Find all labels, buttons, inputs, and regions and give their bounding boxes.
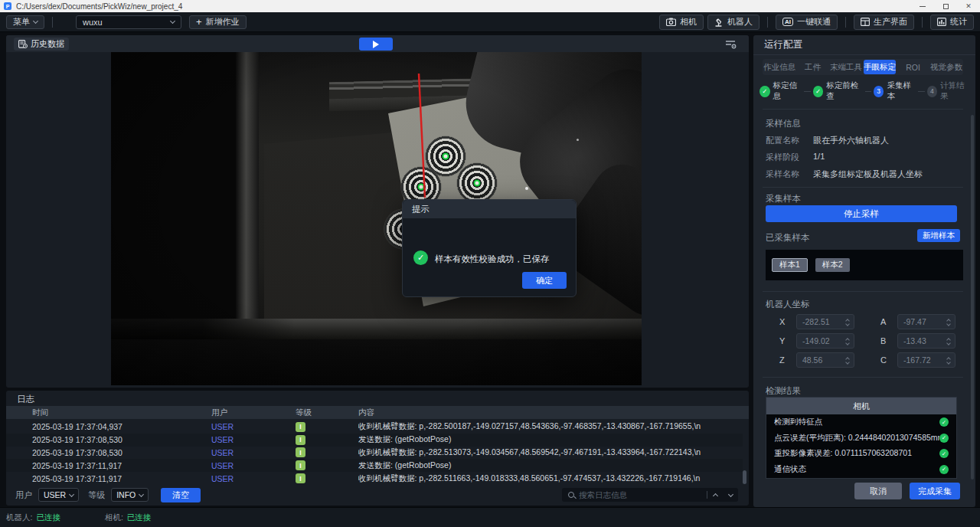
status-ok-icon: ✓ <box>939 465 949 474</box>
prompt-dialog: 提示 ✓ 样本有效性校验成功，已保存 确定 <box>402 199 577 297</box>
coord-b-input[interactable]: -13.43 <box>897 333 956 349</box>
coord-x-row: X -282.51 <box>779 314 854 329</box>
table-row[interactable]: 2025-03-19 17:37:11,917 USER I 收到机械臂数据: … <box>6 472 743 485</box>
history-data-button[interactable]: 历史数据 <box>14 38 69 51</box>
chevron-down-icon <box>845 322 850 326</box>
new-job-button[interactable]: + 新增作业 <box>189 15 247 29</box>
coord-a-input[interactable]: -97.47 <box>897 314 956 329</box>
tab-end-tool[interactable]: 末端工具 <box>830 60 862 74</box>
quantity-stepper[interactable] <box>846 356 849 364</box>
search-prev-button[interactable] <box>707 488 723 502</box>
sample-chip-2[interactable]: 样本2 <box>815 258 850 272</box>
search-next-button[interactable] <box>723 488 738 502</box>
coord-z-row: Z 48.56 <box>779 352 854 368</box>
step-calibration-info[interactable]: ✓ 标定信息 <box>760 80 802 102</box>
coord-value: -149.02 <box>797 336 846 345</box>
detection-result-title: 检测结果 <box>766 385 801 397</box>
level-filter-select[interactable]: INFO <box>111 488 149 502</box>
tab-job-info[interactable]: 作业信息 <box>763 60 795 74</box>
robot-button-label: 机器人 <box>727 16 753 28</box>
production-grid-icon <box>861 18 870 26</box>
tab-roi[interactable]: ROI <box>897 60 929 74</box>
dialog-body: ✓ 样本有效性校验成功，已保存 确定 <box>403 218 576 298</box>
quantity-stepper[interactable] <box>846 318 849 326</box>
minimize-button[interactable] <box>911 0 934 12</box>
coord-y-row: Y -149.02 <box>779 333 854 349</box>
statistics-label: 统计 <box>950 16 967 28</box>
chevron-down-icon <box>727 491 733 496</box>
quantity-stepper[interactable] <box>947 356 950 364</box>
menu-dropdown[interactable]: 菜单 <box>6 15 44 29</box>
robot-button[interactable]: 机器人 <box>707 15 760 30</box>
coord-z-input[interactable]: 48.56 <box>796 352 854 368</box>
collect-sample-title: 采集样本 <box>766 193 801 205</box>
one-click-connect-button[interactable]: AI 一键联通 <box>776 15 838 30</box>
display-settings-button[interactable] <box>723 38 740 50</box>
window-controls: ✕ <box>911 0 980 12</box>
close-button[interactable]: ✕ <box>957 0 980 12</box>
step-pre-check[interactable]: ✓ 标定前检查 <box>813 80 863 102</box>
status-ok-icon: ✓ <box>939 417 949 427</box>
panel-scrollbar[interactable] <box>971 115 974 480</box>
tab-vision-params[interactable]: 视觉参数 <box>930 60 962 74</box>
log-scrollbar[interactable] <box>743 470 746 484</box>
sample-chip-1[interactable]: 样本1 <box>772 258 808 272</box>
section-divider <box>763 291 963 292</box>
table-row[interactable]: 2025-03-19 17:37:04,937 USER I 收到机械臂数据: … <box>6 421 743 434</box>
coord-b-row: B -13.43 <box>880 333 956 349</box>
detection-table-header: 相机 <box>766 398 956 414</box>
log-content: 收到机械臂数据: p,-282.500187,-149.027157,48.54… <box>358 421 743 432</box>
chevron-down-icon <box>845 341 850 345</box>
coord-c-input[interactable]: -167.72 <box>897 352 956 368</box>
user-filter-select[interactable]: USER <box>38 488 79 502</box>
quantity-stepper[interactable] <box>947 337 950 345</box>
app-logo-icon: P <box>4 2 11 10</box>
log-user: USER <box>211 422 296 431</box>
table-row[interactable]: 2025-03-19 17:37:08,530 USER I 发送数据: (ge… <box>6 434 743 447</box>
quantity-stepper[interactable] <box>846 337 849 345</box>
coord-value: -282.51 <box>797 317 846 326</box>
info-level-icon: I <box>296 422 305 432</box>
production-view-button[interactable]: 生产界面 <box>854 15 914 30</box>
coord-axis-label: A <box>880 317 897 326</box>
info-level-icon: I <box>296 473 305 483</box>
finish-collection-button[interactable]: 完成采集 <box>910 483 960 499</box>
search-icon <box>568 492 574 498</box>
calibration-steps: ✓ 标定信息 ✓ 标定前检查 3 采集样本 4 计算结果 <box>760 83 969 100</box>
clear-log-button[interactable]: 清空 <box>161 488 201 502</box>
chevron-down-icon <box>946 322 951 326</box>
step-collect-samples[interactable]: 3 采集样本 <box>874 80 916 102</box>
step-done-check-icon: ✓ <box>813 86 824 97</box>
add-sample-button[interactable]: 新增样本 <box>917 229 960 242</box>
tab-hand-eye-calibration[interactable]: 手眼标定 <box>864 60 896 74</box>
user-filter-value: USER <box>44 490 66 499</box>
history-data-label: 历史数据 <box>31 38 64 50</box>
camera-button[interactable]: 相机 <box>659 15 704 30</box>
cancel-button[interactable]: 取消 <box>854 483 902 499</box>
info-value: 采集多组标定板及机器人坐标 <box>813 169 923 180</box>
log-level: I <box>296 422 358 432</box>
log-user: USER <box>211 461 296 470</box>
job-select[interactable]: wuxu <box>76 15 181 29</box>
coord-y-input[interactable]: -149.02 <box>796 333 854 349</box>
step-compute-result[interactable]: 4 计算结果 <box>927 80 969 102</box>
robot-icon <box>714 18 724 27</box>
coord-x-input[interactable]: -282.51 <box>796 314 854 329</box>
plus-icon: + <box>196 17 202 27</box>
stop-sampling-button[interactable]: 停止采样 <box>766 205 957 222</box>
table-row[interactable]: 2025-03-19 17:37:08,530 USER I 收到机械臂数据: … <box>6 447 743 460</box>
maximize-button[interactable] <box>934 0 957 12</box>
step-connector <box>804 91 810 92</box>
statistics-button[interactable]: 统计 <box>930 15 974 30</box>
tab-workpiece[interactable]: 工件 <box>797 60 828 74</box>
search-input[interactable] <box>574 490 707 499</box>
section-divider <box>763 187 963 188</box>
log-time: 2025-03-19 17:37:11,917 <box>6 474 211 483</box>
play-button[interactable] <box>359 38 393 51</box>
table-row[interactable]: 2025-03-19 17:37:11,917 USER I 发送数据: (ge… <box>6 459 743 472</box>
new-job-label: 新增作业 <box>206 16 240 28</box>
step-number-badge: 4 <box>927 86 938 97</box>
quantity-stepper[interactable] <box>947 318 950 326</box>
dialog-ok-button[interactable]: 确定 <box>522 272 567 289</box>
filter-settings-icon <box>723 38 738 50</box>
